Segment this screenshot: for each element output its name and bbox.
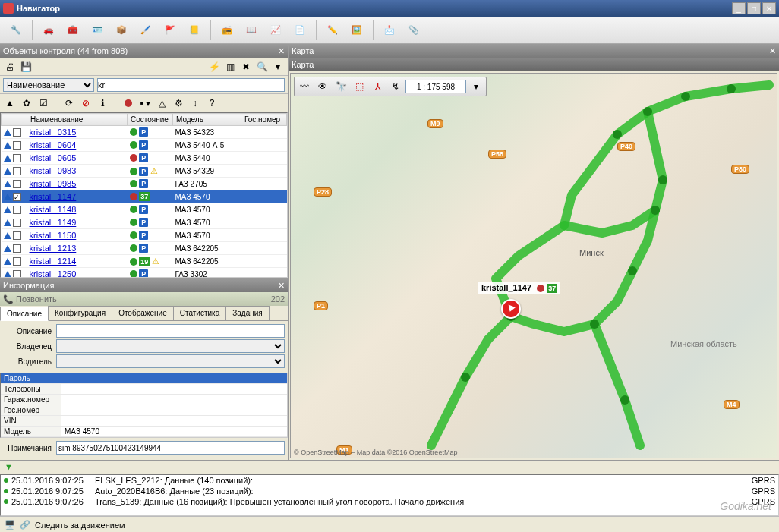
pencil-icon[interactable]: ✏️ [321, 19, 344, 42]
col-name[interactable]: Наименование [27, 114, 128, 126]
id-card-icon[interactable]: 🪪 [86, 19, 109, 42]
tab-description[interactable]: Описание [0, 307, 49, 321]
filter-funnel-icon[interactable]: ▼ [5, 462, 13, 471]
col-state[interactable]: Состояние [128, 114, 173, 126]
table-row[interactable]: kristall_1250 PГАЗ 3302 [2, 268, 287, 279]
objects-panel-close-icon[interactable]: ✕ [278, 46, 285, 56]
polyline-icon[interactable]: ⅄ [369, 79, 386, 94]
tri-tool-icon[interactable]: △ [155, 96, 169, 110]
delete-row-icon[interactable]: ✖ [239, 60, 253, 74]
kv-row[interactable]: Телефоны [1, 384, 287, 395]
print-icon[interactable]: 🖨 [3, 60, 17, 74]
route-icon[interactable]: 〰 [296, 79, 313, 94]
sort-icon[interactable]: ↕ [188, 96, 202, 110]
config-icon[interactable]: ✿ [20, 96, 33, 110]
route2-icon[interactable]: ↯ [387, 79, 404, 94]
kv-row[interactable]: Гос.номер [1, 405, 287, 416]
box-icon[interactable]: 📦 [110, 19, 133, 42]
log-row[interactable]: 25.01.2016 9:07:25ELSK_LES_2212: Данные … [1, 475, 778, 486]
tab-stats[interactable]: Статистика [173, 306, 227, 320]
chart-icon[interactable]: 📈 [264, 19, 287, 42]
call-button[interactable]: 📞 Позвонить [3, 294, 57, 304]
object-link[interactable]: kristall_1149 [30, 218, 77, 227]
select-icon[interactable]: ⬚ [351, 79, 367, 94]
table-row[interactable]: kristall_1150 PМАЗ 4570 [2, 229, 287, 242]
map-scale-input[interactable] [405, 80, 466, 93]
maximize-button[interactable]: □ [747, 2, 761, 14]
objects-table[interactable]: Наименование Состояние Модель Гос.номер … [0, 112, 288, 278]
map-panel-close-icon[interactable]: ✕ [769, 46, 776, 56]
flag-icon[interactable]: 🚩 [159, 19, 181, 42]
search-icon[interactable]: 🔍 [255, 60, 269, 74]
table-row[interactable]: kristall_0985 PГАЗ 2705 [2, 178, 287, 190]
object-link[interactable]: kristall_1213 [30, 244, 77, 253]
filter-value-input[interactable] [97, 78, 285, 92]
image-icon[interactable]: 🖼️ [345, 19, 368, 42]
triangle-icon[interactable]: ▲ [3, 96, 17, 110]
table-row[interactable]: kristall_1214 19 ⚠МАЗ 642205 [2, 255, 287, 268]
reload-icon[interactable]: ⟳ [62, 96, 76, 110]
stop-icon[interactable]: ⊘ [79, 96, 93, 110]
table-row[interactable]: kristall_1148 PМАЗ 4570 [2, 203, 287, 216]
help-icon[interactable]: ? [205, 96, 219, 110]
map-canvas[interactable]: M9 P28 P1 P58 M1 M4 P40 P80 Минск Минска… [290, 73, 777, 458]
col-plate[interactable]: Гос.номер [241, 114, 287, 126]
object-link[interactable]: kristall_1250 [30, 269, 77, 278]
globe-icon[interactable]: 📒 [183, 19, 206, 42]
kv-list[interactable]: ПарольТелефоныГараж.номерГос.номерVINМод… [0, 373, 288, 438]
object-link[interactable]: kristall_1147 [30, 192, 77, 201]
log-row[interactable]: 25.01.2016 9:07:26Trans_5139: Данные (16… [1, 496, 778, 507]
table-row[interactable]: kristall_0605 PМАЗ 5440 [2, 152, 287, 165]
info-icon[interactable]: ℹ [96, 96, 109, 110]
toolbox-icon[interactable]: 🧰 [62, 19, 84, 42]
desc-input[interactable] [56, 324, 285, 338]
clip-icon[interactable]: 📎 [402, 19, 425, 42]
tab-display[interactable]: Отображение [112, 306, 174, 320]
info-panel-close-icon[interactable]: ✕ [278, 281, 285, 291]
brush-icon[interactable]: 🖌️ [134, 19, 157, 42]
col-model[interactable]: Модель [173, 114, 241, 126]
close-button[interactable]: ✕ [762, 2, 776, 14]
wrench-icon[interactable]: 🔧 [5, 19, 27, 42]
vehicle-marker[interactable]: kristall_1147 37 [501, 299, 521, 319]
object-link[interactable]: kristall_1150 [30, 231, 77, 240]
minimize-button[interactable]: _ [732, 2, 746, 14]
save-icon[interactable]: 💾 [19, 60, 33, 74]
object-link[interactable]: kristall_0604 [30, 140, 77, 150]
object-link[interactable]: kristall_1214 [30, 257, 77, 266]
book-icon[interactable]: 📖 [240, 19, 263, 42]
filter-field-select[interactable]: Наименование [3, 78, 94, 92]
table-row[interactable]: kristall_1147 37МАЗ 4570 [2, 190, 287, 203]
object-link[interactable]: kristall_1148 [30, 205, 77, 214]
table-row[interactable]: kristall_1213 PМАЗ 642205 [2, 242, 287, 255]
event-log[interactable]: 25.01.2016 9:07:25ELSK_LES_2212: Данные … [0, 474, 779, 516]
binoculars-icon[interactable]: 🔭 [333, 79, 349, 94]
kv-row[interactable]: МодельМАЗ 4570 [1, 427, 287, 437]
kv-row[interactable]: Гараж.номер [1, 395, 287, 405]
note-input[interactable] [56, 441, 285, 455]
object-link[interactable]: kristall_0315 [30, 127, 77, 137]
log-row[interactable]: 25.01.2016 9:07:25Auto_2020B416B6: Данны… [1, 486, 778, 496]
gear-tool-icon[interactable]: ⚙ [172, 96, 185, 110]
tab-tasks[interactable]: Задания [226, 306, 270, 320]
object-link[interactable]: kristall_0983 [30, 166, 77, 175]
play-icon[interactable]: 📩 [378, 19, 401, 42]
object-link[interactable]: kristall_0985 [30, 179, 77, 188]
filter-icon[interactable]: ▾ [271, 60, 285, 74]
eye-icon[interactable]: 👁 [314, 79, 331, 94]
kv-row[interactable]: Пароль [1, 373, 287, 384]
column-icon[interactable]: ▥ [223, 60, 237, 74]
driver-select[interactable] [56, 354, 285, 368]
table-row[interactable]: kristall_0983 P ⚠МАЗ 54329 [2, 165, 287, 178]
square-tool-icon[interactable]: ▪ ▾ [138, 96, 152, 110]
device-icon[interactable]: 📻 [216, 19, 238, 42]
kv-row[interactable]: VIN [1, 416, 287, 427]
dot-tool-icon[interactable] [121, 96, 135, 110]
owner-select[interactable] [56, 339, 285, 353]
flash-icon[interactable]: ⚡ [207, 60, 221, 74]
table-row[interactable]: kristall_0604 PМАЗ 5440-А-5 [2, 139, 287, 152]
tab-config[interactable]: Конфигурация [48, 306, 112, 320]
doc-icon[interactable]: 📄 [289, 19, 311, 42]
table-row[interactable]: kristall_1149 PМАЗ 4570 [2, 216, 287, 229]
table-row[interactable]: kristall_0315 PМАЗ 54323 [2, 126, 287, 139]
